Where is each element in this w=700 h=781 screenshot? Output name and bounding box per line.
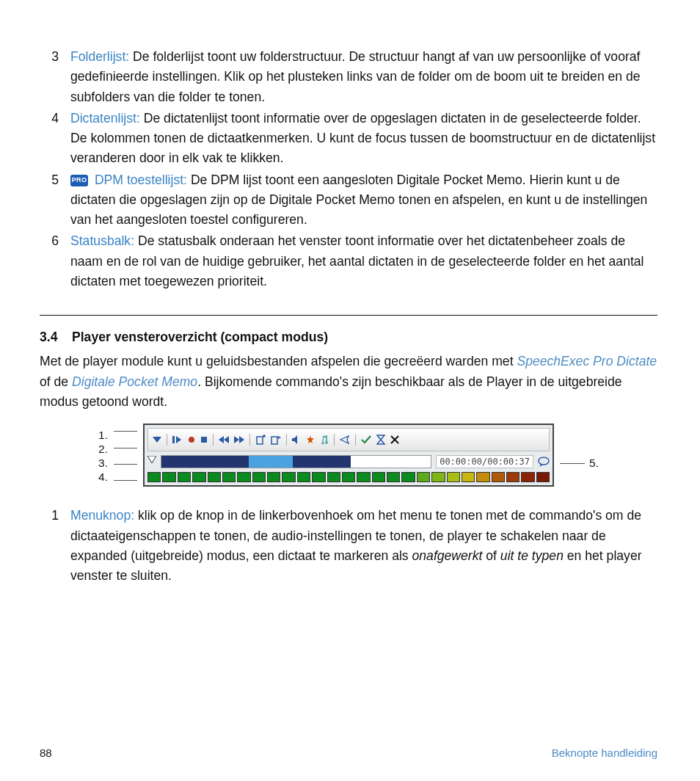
leader-line bbox=[114, 480, 137, 481]
leader-line bbox=[560, 463, 585, 464]
new-dictation-icon[interactable] bbox=[255, 435, 266, 445]
close-icon[interactable] bbox=[390, 435, 399, 444]
svg-marker-2 bbox=[176, 436, 181, 443]
para-text: Met de player module kunt u geluidsbesta… bbox=[40, 354, 517, 368]
vu-meter bbox=[147, 472, 550, 482]
para-text: of de bbox=[40, 374, 72, 389]
position-marker-icon[interactable] bbox=[147, 456, 156, 468]
list-item: 4 Dictatenlijst: De dictatenlijst toont … bbox=[40, 109, 657, 169]
item-body: Dictatenlijst: De dictatenlijst toont in… bbox=[66, 109, 657, 169]
send-icon[interactable] bbox=[340, 435, 350, 444]
item-text: De statusbalk onderaan het venster toont… bbox=[70, 233, 644, 288]
svg-marker-6 bbox=[224, 436, 229, 443]
speech-bubble-icon[interactable] bbox=[538, 457, 550, 467]
callout-labels-left: 1. 2. 3. 4. bbox=[98, 424, 108, 487]
svg-rect-9 bbox=[257, 437, 263, 444]
svg-marker-15 bbox=[307, 435, 314, 443]
vu-cell bbox=[476, 472, 489, 482]
music-icon[interactable] bbox=[320, 435, 329, 444]
fast-forward-icon[interactable] bbox=[234, 435, 244, 444]
vu-cell bbox=[401, 472, 415, 482]
stop-icon[interactable] bbox=[200, 436, 208, 443]
svg-marker-7 bbox=[234, 436, 239, 443]
vu-cell bbox=[192, 472, 205, 482]
vu-cell bbox=[536, 472, 550, 482]
separator bbox=[213, 434, 214, 446]
separator bbox=[249, 434, 250, 446]
vu-cell bbox=[521, 472, 534, 482]
section-title: Player vensteroverzicht (compact modus) bbox=[72, 327, 328, 347]
term-dpm-toestellijst: DPM toestellijst: bbox=[95, 172, 187, 187]
priority-icon[interactable] bbox=[306, 435, 315, 444]
item-number: 3 bbox=[40, 47, 66, 107]
item-number: 6 bbox=[40, 231, 66, 291]
item-number: 4 bbox=[40, 109, 66, 169]
guide-title: Beknopte handleiding bbox=[552, 747, 657, 759]
section-divider bbox=[40, 315, 657, 316]
separator bbox=[167, 434, 167, 446]
track-segment bbox=[249, 456, 293, 468]
item-text: of bbox=[482, 548, 500, 563]
vu-cell bbox=[447, 472, 460, 482]
vu-cell bbox=[506, 472, 519, 482]
item-text: De folderlijst toont uw folderstructuur.… bbox=[70, 49, 641, 104]
volume-icon[interactable] bbox=[292, 435, 301, 444]
callout-label-5: 5. bbox=[589, 457, 599, 470]
link-dpm[interactable]: Digitale Pocket Memo bbox=[72, 374, 197, 389]
vu-cell bbox=[178, 472, 191, 482]
item-body: Statusbalk: De statusbalk onderaan het v… bbox=[66, 231, 657, 291]
play-pause-icon[interactable] bbox=[172, 435, 183, 444]
page-number: 88 bbox=[40, 747, 52, 759]
vu-cell bbox=[492, 472, 505, 482]
svg-point-19 bbox=[539, 457, 549, 465]
check-icon[interactable] bbox=[361, 435, 371, 444]
vu-cell bbox=[208, 472, 221, 482]
vu-cell bbox=[222, 472, 236, 482]
svg-marker-0 bbox=[153, 437, 161, 443]
separator bbox=[355, 434, 356, 446]
vu-cell bbox=[417, 472, 430, 482]
item-number: 1 bbox=[40, 506, 66, 586]
link-speechexec[interactable]: SpeechExec Pro Dictate bbox=[517, 354, 657, 368]
vu-cell bbox=[462, 472, 475, 482]
record-icon[interactable] bbox=[188, 436, 195, 443]
callout-labels-right: 5. bbox=[560, 424, 599, 487]
item-number: 5 bbox=[40, 170, 66, 230]
section-paragraph: Met de player module kunt u geluidsbesta… bbox=[40, 352, 657, 412]
separator bbox=[286, 434, 287, 446]
callout-label-4: 4. bbox=[98, 471, 108, 483]
page-footer: 88 Beknopte handleiding bbox=[40, 747, 657, 759]
document-page: 3 Folderlijst: De folderlijst toont uw f… bbox=[0, 0, 700, 781]
list-item: 6 Statusbalk: De statusbalk onderaan het… bbox=[40, 231, 657, 291]
term-statusbalk: Statusbalk: bbox=[70, 233, 134, 248]
vu-cell bbox=[431, 472, 445, 482]
callout-label-3: 3. bbox=[98, 457, 108, 469]
vu-cell bbox=[357, 472, 370, 482]
separator bbox=[334, 434, 335, 446]
list-item: 5 PRO DPM toestellijst: De DPM lijst too… bbox=[40, 170, 657, 230]
vu-cell bbox=[237, 472, 250, 482]
term-menuknop: Menuknop: bbox=[70, 508, 134, 523]
progress-track[interactable] bbox=[161, 455, 431, 468]
vu-cell bbox=[372, 472, 385, 482]
leader-line bbox=[114, 431, 137, 432]
vu-cell bbox=[162, 472, 175, 482]
rewind-icon[interactable] bbox=[219, 435, 229, 444]
item-body: PRO DPM toestellijst: De DPM lijst toont… bbox=[66, 170, 657, 230]
menu-icon[interactable] bbox=[153, 435, 161, 444]
numbered-list: 3 Folderlijst: De folderlijst toont uw f… bbox=[40, 47, 657, 291]
instruction-icon[interactable] bbox=[271, 435, 281, 445]
player-diagram: 1. 2. 3. 4. bbox=[40, 424, 657, 487]
leader-line bbox=[114, 464, 137, 465]
vu-cell bbox=[342, 472, 355, 482]
item-body: Menuknop: klik op de knop in de linkerbo… bbox=[66, 506, 657, 586]
svg-rect-12 bbox=[271, 437, 277, 444]
vu-cell bbox=[312, 472, 325, 482]
timecode-display: 00:00:00/00:00:37 bbox=[436, 455, 533, 468]
list-item: 1 Menuknop: klik op de knop in de linker… bbox=[40, 506, 657, 586]
hourglass-icon[interactable] bbox=[376, 435, 385, 445]
section-number: 3.4 bbox=[40, 327, 72, 347]
pro-badge-icon: PRO bbox=[70, 175, 88, 186]
item-text: De dictatenlijst toont informatie over d… bbox=[70, 111, 655, 166]
leader-line bbox=[114, 448, 137, 448]
